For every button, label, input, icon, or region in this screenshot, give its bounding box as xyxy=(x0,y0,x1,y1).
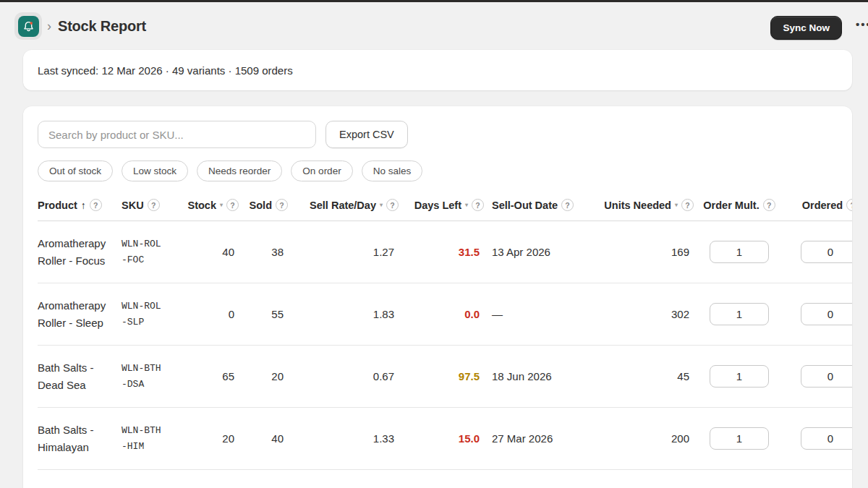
stock-report-card: Export CSV Out of stock Low stock Needs … xyxy=(23,106,852,488)
product-name: Bath Salts - Dead Sea xyxy=(38,346,122,408)
days-left-value: 0.0 xyxy=(464,308,480,320)
table-row: Aromatherapy Roller - Focus WLN-ROL-FOC … xyxy=(38,221,852,283)
days-left-value: 97.5 xyxy=(459,370,480,382)
bell-icon xyxy=(18,16,39,37)
ordered-input[interactable] xyxy=(801,303,852,325)
ordered-input[interactable] xyxy=(801,365,852,388)
toolbar: Export CSV xyxy=(38,121,838,148)
sync-now-button[interactable]: Sync Now xyxy=(770,16,842,40)
sku: WLN-BTH-HIM xyxy=(122,408,175,470)
help-icon[interactable]: ? xyxy=(561,199,574,211)
sell-out-date: — xyxy=(484,283,586,346)
days-left-value: 15.0 xyxy=(459,432,480,445)
units-needed-value: 302 xyxy=(586,283,694,346)
column-header-order-mult[interactable]: Order Mult. ? xyxy=(694,194,785,221)
units-needed-value: 200 xyxy=(586,408,694,470)
product-name: Aromatherapy Roller - Focus xyxy=(38,221,122,283)
more-menu-icon[interactable]: ••• xyxy=(856,18,868,30)
product-name: Bath Salts - Himalayan xyxy=(38,408,122,470)
page-title: Stock Report xyxy=(58,18,146,35)
help-icon[interactable]: ? xyxy=(681,199,694,211)
stock-table: Product ↑ ? SKU ? Stock ▾ ? xyxy=(38,194,852,470)
help-icon[interactable]: ? xyxy=(472,199,484,211)
table-header-row: Product ↑ ? SKU ? Stock ▾ ? xyxy=(38,194,852,221)
stock-value: 20 xyxy=(175,408,239,470)
column-header-ordered[interactable]: Ordered ? xyxy=(785,194,852,221)
search-input[interactable] xyxy=(38,121,316,148)
stock-value: 65 xyxy=(175,346,239,408)
ordered-input[interactable] xyxy=(801,241,852,263)
export-csv-button[interactable]: Export CSV xyxy=(326,121,408,148)
app-icon-button[interactable] xyxy=(14,12,42,40)
stock-value: 0 xyxy=(175,283,239,346)
column-header-stock[interactable]: Stock ▾ ? xyxy=(175,194,239,221)
sell-rate-value: 1.27 xyxy=(288,221,399,283)
column-header-sku[interactable]: SKU ? xyxy=(122,194,175,221)
order-mult-input[interactable] xyxy=(710,365,769,388)
column-header-sell-rate[interactable]: Sell Rate/Day ▾ ? xyxy=(288,194,399,221)
help-icon[interactable]: ? xyxy=(386,199,399,211)
sell-rate-value: 1.33 xyxy=(288,408,399,470)
column-header-sell-out-date[interactable]: Sell-Out Date ? xyxy=(484,194,586,221)
stock-value: 40 xyxy=(175,221,239,283)
sort-ascending-icon: ↑ xyxy=(81,200,86,211)
filter-chip-on-order[interactable]: On order xyxy=(291,160,352,181)
sold-value: 40 xyxy=(239,408,288,470)
sell-out-date: 27 Mar 2026 xyxy=(484,408,586,470)
last-synced-text: Last synced: 12 Mar 2026 · 49 variants ·… xyxy=(38,64,293,77)
sell-out-date: 13 Apr 2026 xyxy=(484,221,586,283)
units-needed-value: 45 xyxy=(586,346,694,408)
column-header-sold[interactable]: Sold ? xyxy=(239,194,288,221)
column-header-days-left[interactable]: Days Left ▾ ? xyxy=(399,194,484,221)
help-icon[interactable]: ? xyxy=(846,199,852,211)
help-icon[interactable]: ? xyxy=(90,199,102,211)
order-mult-input[interactable] xyxy=(710,241,769,263)
sold-value: 20 xyxy=(239,346,288,408)
sku: WLN-BTH-DSA xyxy=(122,346,175,408)
sku: WLN-ROL-FOC xyxy=(122,221,175,283)
filter-chips: Out of stock Low stock Needs reorder On … xyxy=(38,160,838,181)
column-header-product[interactable]: Product ↑ ? xyxy=(38,194,122,221)
units-needed-value: 169 xyxy=(586,221,694,283)
table-row: Bath Salts - Dead Sea WLN-BTH-DSA 65 20 … xyxy=(38,346,852,408)
breadcrumb-chevron-icon: › xyxy=(47,19,51,34)
days-left-value: 31.5 xyxy=(459,246,480,258)
sort-caret-icon: ▾ xyxy=(380,202,383,208)
help-icon[interactable]: ? xyxy=(763,199,775,211)
sell-rate-value: 0.67 xyxy=(288,346,399,408)
sort-caret-icon: ▾ xyxy=(465,202,468,208)
order-mult-input[interactable] xyxy=(710,427,769,450)
last-synced-banner: Last synced: 12 Mar 2026 · 49 variants ·… xyxy=(23,50,852,90)
table-row: Bath Salts - Himalayan WLN-BTH-HIM 20 40… xyxy=(38,408,852,470)
table-row: Aromatherapy Roller - Sleep WLN-ROL-SLP … xyxy=(38,283,852,346)
sell-out-date: 18 Jun 2026 xyxy=(484,346,586,408)
filter-chip-out-of-stock[interactable]: Out of stock xyxy=(38,160,113,181)
sku: WLN-ROL-SLP xyxy=(122,283,175,346)
help-icon[interactable]: ? xyxy=(276,199,288,211)
filter-chip-needs-reorder[interactable]: Needs reorder xyxy=(197,160,282,181)
column-header-units-needed[interactable]: Units Needed ▾ ? xyxy=(586,194,694,221)
sort-caret-icon: ▾ xyxy=(220,202,223,208)
ordered-input[interactable] xyxy=(801,427,852,450)
sold-value: 38 xyxy=(239,221,288,283)
sell-rate-value: 1.83 xyxy=(288,283,399,346)
help-icon[interactable]: ? xyxy=(226,199,239,211)
product-name: Aromatherapy Roller - Sleep xyxy=(38,283,122,346)
app-header: › Stock Report Sync Now ••• xyxy=(0,2,868,50)
filter-chip-no-sales[interactable]: No sales xyxy=(362,160,423,181)
sort-caret-icon: ▾ xyxy=(675,202,678,208)
sold-value: 55 xyxy=(239,283,288,346)
order-mult-input[interactable] xyxy=(710,303,769,325)
help-icon[interactable]: ? xyxy=(148,199,160,211)
filter-chip-low-stock[interactable]: Low stock xyxy=(122,160,188,181)
